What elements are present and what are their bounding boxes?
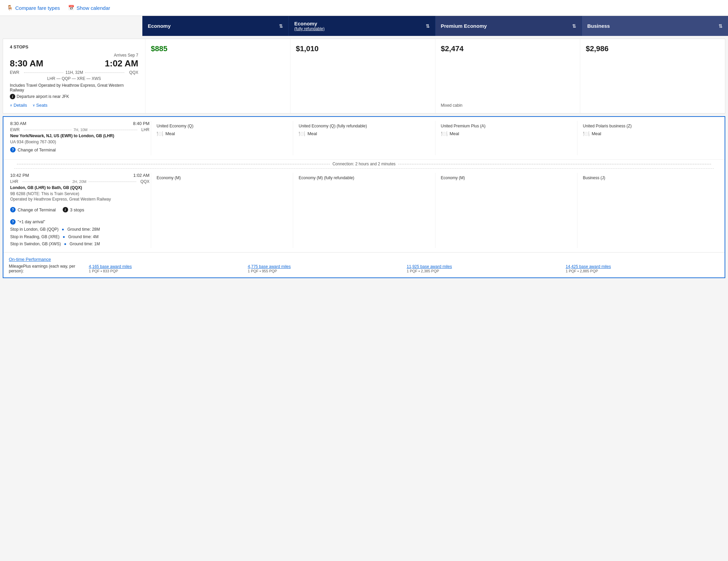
column-headers: Economy ⇅ Economy (fully refundable) ⇅ P…	[142, 16, 728, 36]
earnings-label: MileagePlus earnings (each way, per pers…	[9, 264, 83, 273]
earnings-row: MileagePlus earnings (each way, per pers…	[9, 264, 719, 273]
question-icon-2[interactable]: ?	[10, 207, 16, 212]
price-col-business: $2,986	[580, 39, 725, 113]
seg2-route: London, GB (LHR) to Bath, GB (QQX)	[10, 185, 149, 190]
col-header-business[interactable]: Business ⇅	[582, 16, 728, 36]
stop-1: Stop in London, GB (QQP) ● Ground time: …	[10, 226, 149, 233]
dest-code: QQX	[129, 70, 138, 75]
stop-2: Stop in Reading, GB (XRE) ● Ground time:…	[10, 233, 149, 241]
price-col-premium: $2,474 Mixed cabin	[436, 39, 581, 113]
info-icon: i	[10, 94, 15, 99]
seg1-route: New York/Newark, NJ, US (EWR) to London,…	[10, 133, 149, 138]
sort-icon-business[interactable]: ⇅	[719, 23, 723, 29]
connection-section: Connection: 2 hours and 2 minutes	[3, 160, 725, 169]
route-stops: LHR — QQP — XRE — XWS	[10, 76, 138, 81]
earnings-col-2: 11,925 base award miles 1 PQF • 2,385 PQ…	[401, 264, 560, 273]
meal-icon-3: 🍽️	[441, 130, 448, 137]
price-col-economy: $885	[145, 39, 290, 113]
details-link[interactable]: ∧ Details	[10, 103, 27, 108]
segment-2-row: 10:42 PM 1:02 AM LHR 2H, 20M QQX London,…	[3, 169, 725, 252]
price-business: $2,986	[586, 44, 608, 53]
seg2-fare-premium: Economy (M)	[436, 173, 578, 248]
seg2-operated: Operated by Heathrow Express, Great West…	[10, 197, 149, 202]
seg1-airports: EWR 7H, 10M LHR	[10, 127, 149, 132]
connection-label: Connection: 2 hours and 2 minutes	[332, 162, 396, 166]
seg1-meal-economy: 🍽️ Meal	[157, 130, 287, 137]
question-icon-3[interactable]: ?	[10, 219, 16, 225]
seg1-faretype-premium: United Premium Plus (A)	[441, 124, 572, 128]
seg2-depart: 10:42 PM	[10, 173, 29, 178]
seg1-meal-business: 🍽️ Meal	[583, 130, 714, 137]
price-economy: $885	[151, 44, 167, 53]
seg1-depart: 8:30 AM	[10, 121, 26, 126]
seg2-fare-economy-refund: Economy (M) (fully refundable)	[293, 173, 435, 248]
seg2-faretype-economy: Economy (M)	[157, 175, 287, 180]
price-col-economy-refund: $1,010	[290, 39, 436, 113]
segment-1-info: 8:30 AM 8:40 PM EWR 7H, 10M LHR New York…	[9, 121, 151, 155]
plus-day-row: ? "+1 day arrival"	[10, 218, 149, 226]
chevron-up-icon: ∧	[10, 103, 12, 107]
duration: 11H, 32M	[65, 70, 83, 75]
stop-3: Stop in Swindon, GB (XWS) ● Ground time:…	[10, 241, 149, 248]
segment-2-info: 10:42 PM 1:02 AM LHR 2H, 20M QQX London,…	[9, 173, 151, 248]
seg2-airports: LHR 2H, 20M QQX	[10, 179, 149, 184]
flight-info: 4 STOPS Arrives Sep 7 8:30 AM 1:02 AM EW…	[3, 39, 145, 113]
seg1-faretype-economy: United Economy (Q)	[157, 124, 287, 128]
seg2-fare-business: Business (J)	[578, 173, 719, 248]
earnings-miles-0[interactable]: 4,165 base award miles	[89, 264, 237, 269]
seg1-fare-economy: United Economy (Q) 🍽️ Meal	[151, 121, 293, 155]
compare-fare-types-link[interactable]: 🪑 Compare fare types	[7, 5, 60, 11]
depart-time: 8:30 AM	[10, 58, 43, 69]
earnings-pqf-2: 1 PQF • 2,385 PQP	[407, 269, 555, 273]
seg2-faretype-premium: Economy (M)	[441, 175, 572, 180]
price-premium: $2,474	[441, 44, 464, 53]
seg1-dest: LHR	[141, 127, 149, 132]
mixed-cabin: Mixed cabin	[441, 83, 463, 108]
segment-1-row: 8:30 AM 8:40 PM EWR 7H, 10M LHR New York…	[3, 117, 725, 160]
col-header-economy[interactable]: Economy ⇅	[142, 16, 289, 36]
earnings-pqf-1: 1 PQF • 955 PQP	[248, 269, 396, 273]
change-terminal-2: ? Change of Terminal	[10, 204, 56, 215]
sort-icon-economy[interactable]: ⇅	[279, 23, 283, 29]
show-calendar-link[interactable]: 📅 Show calendar	[68, 5, 110, 11]
seats-link[interactable]: ∨ Seats	[33, 103, 47, 108]
earnings-pqf-3: 1 PQF • 2,885 PQP	[566, 269, 714, 273]
seg2-faretype-business: Business (J)	[583, 175, 714, 180]
seg2-origin: LHR	[10, 179, 18, 184]
col-header-economy-refund[interactable]: Economy (fully refundable) ⇅	[289, 16, 435, 36]
earnings-cols: 4,165 base award miles 1 PQF • 833 PQP 4…	[83, 264, 719, 273]
earnings-miles-3[interactable]: 14,425 base award miles	[566, 264, 714, 269]
seg2-duration: 2H, 20M	[72, 180, 86, 184]
earnings-col-1: 4,775 base award miles 1 PQF • 955 PQP	[242, 264, 401, 273]
meal-icon-2: 🍽️	[299, 130, 305, 137]
earnings-col-0: 4,165 base award miles 1 PQF • 833 PQP	[83, 264, 242, 273]
col-header-premium[interactable]: Premium Economy ⇅	[436, 16, 582, 36]
seg1-times: 8:30 AM 8:40 PM	[10, 121, 149, 126]
stops-count-row: i 3 stops	[63, 204, 84, 215]
flight-card: 4 STOPS Arrives Sep 7 8:30 AM 1:02 AM EW…	[3, 39, 725, 113]
on-time-performance-link[interactable]: On-time Performance	[9, 257, 719, 262]
seg2-fare-cols: Economy (M) Economy (M) (fully refundabl…	[151, 173, 719, 248]
plus-day-label: "+1 day arrival"	[18, 220, 45, 224]
seg1-meal-economy-refund: 🍽️ Meal	[299, 130, 429, 137]
departure-note: Departure airport is near JFK	[17, 94, 69, 99]
seg2-arrive: 1:02 AM	[133, 173, 149, 178]
question-icon-1[interactable]: ?	[10, 147, 16, 152]
compare-icon: 🪑	[7, 5, 13, 11]
stops-list: Stop in London, GB (QQP) ● Ground time: …	[10, 226, 149, 248]
seg2-fare-economy: Economy (M)	[151, 173, 293, 248]
calendar-icon: 📅	[68, 5, 75, 11]
sort-icon-premium[interactable]: ⇅	[572, 23, 576, 29]
stops-info-row: ? Change of Terminal i 3 stops	[10, 202, 149, 218]
price-cols: $885 $1,010 $2,474 Mixed cabin $2,986	[145, 39, 725, 113]
earnings-miles-2[interactable]: 11,925 base award miles	[407, 264, 555, 269]
earnings-miles-1[interactable]: 4,775 base award miles	[248, 264, 396, 269]
seg2-faretype-economy-refund: Economy (M) (fully refundable)	[299, 175, 429, 180]
seg1-origin: EWR	[10, 127, 20, 132]
stops-count: 3 stops	[70, 207, 84, 212]
seg1-flight: UA 934 (Boeing 767-300)	[10, 140, 149, 144]
sort-icon-economy-refund[interactable]: ⇅	[426, 23, 430, 29]
arrives-label: Arrives Sep 7	[10, 53, 138, 58]
seg1-fare-cols: United Economy (Q) 🍽️ Meal United Econom…	[151, 121, 719, 155]
details-row: ∧ Details ∨ Seats	[10, 103, 138, 108]
